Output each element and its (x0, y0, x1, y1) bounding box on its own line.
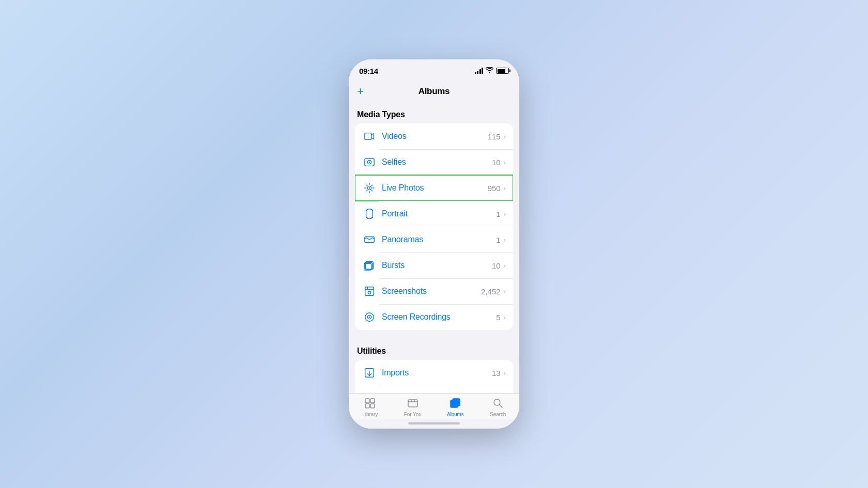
screenshots-count: 2,452 (481, 287, 501, 296)
live-photos-icon (362, 181, 377, 195)
status-bar: 09:14 (349, 59, 519, 82)
library-tab-icon (363, 397, 377, 410)
imports-label: Imports (382, 368, 492, 377)
albums-tab-icon (448, 397, 462, 410)
list-item-panoramas[interactable]: Panoramas 1 › (355, 227, 513, 253)
bursts-icon (362, 258, 377, 273)
screenshots-chevron: › (504, 288, 506, 295)
svg-rect-21 (370, 399, 375, 403)
section-header-media-types: Media Types (349, 102, 519, 123)
wifi-icon (486, 67, 493, 75)
svg-rect-24 (408, 400, 417, 407)
tab-library[interactable]: Library (349, 397, 392, 419)
videos-chevron: › (504, 133, 506, 140)
search-tab-label: Search (490, 412, 506, 417)
utilities-list: Imports 13 › Duplicates 51 › (355, 360, 513, 393)
svg-rect-22 (365, 404, 369, 408)
live-photos-chevron: › (504, 184, 506, 192)
panoramas-count: 1 (496, 235, 500, 244)
svg-point-3 (369, 162, 370, 163)
selfies-count: 10 (492, 158, 501, 167)
screenshots-label: Screenshots (382, 287, 481, 296)
svg-rect-26 (453, 399, 460, 406)
list-item-screen-recordings[interactable]: Screen Recordings 5 › (355, 304, 513, 330)
selfies-label: Selfies (382, 158, 492, 167)
bursts-label: Bursts (382, 261, 492, 270)
for-you-tab-label: For You (404, 412, 422, 417)
phone-frame: 09:14 + Albums (349, 59, 519, 429)
imports-count: 13 (492, 369, 501, 377)
list-item-live-photos[interactable]: Live Photos 950 › (355, 175, 513, 201)
search-tab-icon (491, 397, 505, 410)
screen-recordings-label: Screen Recordings (382, 312, 496, 322)
selfies-chevron: › (504, 159, 506, 166)
live-photos-count: 950 (488, 184, 501, 193)
tab-for-you[interactable]: For You (392, 397, 435, 419)
portrait-icon (362, 207, 377, 221)
bursts-count: 10 (492, 261, 501, 270)
bursts-chevron: › (504, 262, 506, 270)
live-photos-label: Live Photos (382, 183, 488, 193)
tab-albums[interactable]: Albums (434, 397, 477, 419)
library-tab-label: Library (362, 412, 378, 417)
list-item-imports[interactable]: Imports 13 › (355, 360, 513, 386)
list-item-duplicates[interactable]: Duplicates 51 › (355, 386, 513, 393)
video-icon (362, 129, 377, 144)
svg-rect-20 (365, 399, 369, 403)
duplicates-icon (362, 391, 377, 393)
albums-tab-label: Albums (447, 412, 464, 417)
status-time: 09:14 (359, 67, 378, 75)
home-indicator (349, 419, 519, 429)
tab-search[interactable]: Search (477, 397, 520, 419)
home-bar (408, 422, 460, 424)
battery-icon (496, 68, 509, 74)
media-types-list: Videos 115 › Selfies 10 › (355, 123, 513, 330)
screen-recordings-chevron: › (504, 313, 506, 321)
videos-count: 115 (488, 132, 501, 141)
panoramas-chevron: › (504, 236, 506, 244)
tab-bar: Library For You Albums (349, 393, 519, 419)
svg-point-5 (369, 187, 370, 189)
selfies-icon (362, 155, 377, 169)
svg-point-14 (369, 317, 370, 318)
status-icons (475, 67, 509, 75)
videos-label: Videos (382, 132, 488, 141)
list-item-bursts[interactable]: Bursts 10 › (355, 253, 513, 278)
panoramas-icon (362, 232, 377, 247)
imports-chevron: › (504, 369, 506, 377)
add-button[interactable]: + (357, 86, 364, 97)
svg-rect-0 (365, 133, 371, 140)
nav-bar: + Albums (349, 82, 519, 102)
imports-icon (362, 366, 377, 380)
portrait-label: Portrait (382, 209, 496, 218)
svg-rect-23 (370, 404, 375, 408)
panoramas-label: Panoramas (382, 235, 496, 244)
list-item-screenshots[interactable]: Screenshots 2,452 › (355, 278, 513, 304)
svg-point-11 (368, 291, 371, 294)
portrait-count: 1 (496, 210, 500, 218)
screenshots-icon (362, 284, 377, 298)
for-you-tab-icon (406, 397, 420, 410)
portrait-chevron: › (504, 210, 506, 218)
scroll-content: Media Types Videos 115 › (349, 102, 519, 393)
screen-recordings-icon (362, 310, 377, 324)
list-item-videos[interactable]: Videos 115 › (355, 123, 513, 149)
list-item-selfies[interactable]: Selfies 10 › (355, 149, 513, 175)
page-title: Albums (419, 86, 450, 97)
section-header-utilities: Utilities (349, 338, 519, 360)
list-item-portrait[interactable]: Portrait 1 › (355, 201, 513, 227)
screen-recordings-count: 5 (496, 313, 500, 322)
signal-icon (475, 68, 484, 74)
